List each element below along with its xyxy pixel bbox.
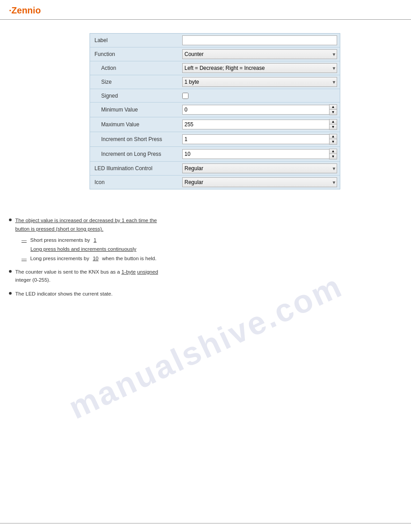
bullet-item-1: The object value is increased or decreas…: [9, 216, 402, 233]
function-field-label: Function: [90, 49, 180, 60]
led-field-label: LED Illumination Control: [90, 163, 180, 174]
form-panel: Label Function Counter Switch Dimmer Shu…: [90, 33, 340, 189]
label-field-label: Label: [90, 35, 180, 46]
logo-text: Zennio: [12, 5, 41, 15]
form-row-function: Function Counter Switch Dimmer Shutter ▼: [90, 47, 340, 61]
action-dropdown-wrap: Left = Decrease; Right = Increase Left =…: [182, 63, 337, 73]
max-value-up-button[interactable]: ▲: [330, 120, 337, 124]
size-select[interactable]: 1 byte 2 bytes: [182, 77, 337, 87]
label-field-control: [180, 34, 340, 47]
form-row-long-press: Increment on Long Press ▲ ▼: [90, 147, 340, 162]
max-value-input[interactable]: [182, 120, 329, 129]
long-press-label: Increment on Long Press: [90, 149, 180, 159]
sub-line-long-desc: Long press holds and increments continuo…: [30, 245, 402, 253]
led-select[interactable]: Regular Custom: [182, 163, 337, 173]
function-select[interactable]: Counter Switch Dimmer Shutter: [182, 49, 337, 59]
function-dropdown-wrap: Counter Switch Dimmer Shutter ▼: [182, 49, 337, 59]
icon-dropdown-wrap: Regular Custom ▼: [182, 177, 337, 187]
form-row-size: Size 1 byte 2 bytes ▼: [90, 75, 340, 89]
max-value-spinner-buttons: ▲ ▼: [329, 119, 337, 130]
max-value-down-button[interactable]: ▼: [330, 124, 337, 129]
sub-lines: — Short press increments by 1 Long press…: [21, 236, 402, 262]
short-press-up-button[interactable]: ▲: [330, 134, 337, 139]
action-select[interactable]: Left = Decrease; Right = Increase Left =…: [182, 63, 337, 73]
min-value-down-button[interactable]: ▼: [330, 110, 337, 115]
short-press-sub-value: 1: [94, 236, 96, 244]
short-press-input[interactable]: [182, 134, 329, 144]
underline-line-2: button is pressed (short or long press).: [15, 225, 103, 233]
page-header: ·Zennio: [0, 0, 411, 20]
form-row-signed: Signed: [90, 89, 340, 103]
bullet-section-3: The LED indicator shows the current stat…: [9, 290, 402, 298]
long-press-sub-suffix: when the button is held.: [102, 254, 156, 262]
short-press-spinner: ▲ ▼: [182, 134, 337, 145]
form-row-min-value: Minimum Value ▲ ▼: [90, 103, 340, 117]
size-dropdown-wrap: 1 byte 2 bytes ▼: [182, 77, 337, 87]
bus-text-byte: 1-byte: [121, 269, 136, 275]
action-field-label: Action: [90, 63, 180, 73]
min-value-up-button[interactable]: ▲: [330, 105, 337, 110]
form-row-label: Label: [90, 34, 340, 47]
logo: ·Zennio: [9, 5, 41, 16]
short-dash: —: [21, 236, 27, 244]
long-press-sub-value: 10: [93, 254, 98, 262]
short-press-control: ▲ ▼: [180, 132, 340, 146]
underline-line-1: The object value is increased or decreas…: [15, 216, 157, 224]
text-content-area: The object value is increased or decreas…: [0, 216, 411, 298]
short-press-spinner-buttons: ▲ ▼: [329, 134, 337, 145]
max-value-label: Maximum Value: [90, 119, 180, 130]
max-value-spinner: ▲ ▼: [182, 119, 337, 130]
bullet-text-2: The counter value is sent to the KNX bus…: [15, 268, 158, 284]
long-press-up-button[interactable]: ▲: [330, 149, 337, 154]
form-row-led: LED Illumination Control Regular Custom …: [90, 162, 340, 176]
min-value-control: ▲ ▼: [180, 103, 340, 117]
sub-line-long: — Long press increments by 10 when the b…: [21, 254, 402, 262]
long-dash: —: [21, 254, 27, 262]
bullet-item-3: The LED indicator shows the current stat…: [9, 290, 402, 298]
signed-field-label: Signed: [90, 90, 180, 101]
form-row-action: Action Left = Decrease; Right = Increase…: [90, 61, 340, 75]
min-value-spinner: ▲ ▼: [182, 104, 337, 115]
led-dropdown-wrap: Regular Custom ▼: [182, 163, 337, 173]
long-desc-text: Long press holds and increments continuo…: [30, 245, 137, 253]
bullet-text-3: The LED indicator shows the current stat…: [15, 290, 112, 298]
short-press-sub-text: Short press increments by: [30, 236, 90, 244]
short-press-down-button[interactable]: ▼: [330, 139, 337, 144]
label-input[interactable]: [182, 35, 337, 45]
icon-field-label: Icon: [90, 177, 180, 188]
sub-line-short: — Short press increments by 1: [21, 236, 402, 244]
min-value-spinner-buttons: ▲ ▼: [329, 104, 337, 115]
bus-text-3: integer (0-255).: [15, 277, 51, 283]
long-press-sub-text: Long press increments by: [30, 254, 90, 262]
led-text: The LED indicator shows the current stat…: [15, 291, 112, 296]
bullet-dot-2: [9, 270, 12, 273]
size-field-control: 1 byte 2 bytes ▼: [180, 75, 340, 89]
icon-select[interactable]: Regular Custom: [182, 177, 337, 187]
page-footer: [0, 523, 411, 532]
bullet-dot-3: [9, 292, 12, 295]
action-field-control: Left = Decrease; Right = Increase Left =…: [180, 61, 340, 75]
long-press-input[interactable]: [182, 149, 329, 159]
long-press-down-button[interactable]: ▼: [330, 154, 337, 159]
bullet-dot-1: [9, 219, 12, 221]
main-content: Label Function Counter Switch Dimmer Shu…: [0, 20, 411, 203]
bullet-section-1: The object value is increased or decreas…: [9, 216, 402, 262]
form-row-icon: Icon Regular Custom ▼: [90, 176, 340, 189]
long-press-control: ▲ ▼: [180, 147, 340, 161]
signed-checkbox[interactable]: [182, 93, 188, 99]
short-press-label: Increment on Short Press: [90, 134, 180, 145]
function-field-control: Counter Switch Dimmer Shutter ▼: [180, 47, 340, 61]
size-field-label: Size: [90, 77, 180, 87]
form-row-max-value: Maximum Value ▲ ▼: [90, 117, 340, 132]
max-value-control: ▲ ▼: [180, 117, 340, 132]
bus-text-unsigned: unsigned: [137, 269, 158, 275]
bus-text-1: The counter value is sent to the KNX bus…: [15, 269, 121, 275]
bullet-text-1: The object value is increased or decreas…: [15, 216, 157, 233]
bullet-section-2: The counter value is sent to the KNX bus…: [9, 268, 402, 284]
bullet-item-2: The counter value is sent to the KNX bus…: [9, 268, 402, 284]
form-row-short-press: Increment on Short Press ▲ ▼: [90, 132, 340, 147]
min-value-label: Minimum Value: [90, 104, 180, 115]
min-value-input[interactable]: [182, 105, 329, 115]
icon-field-control: Regular Custom ▼: [180, 176, 340, 189]
long-press-spinner-buttons: ▲ ▼: [329, 149, 337, 159]
